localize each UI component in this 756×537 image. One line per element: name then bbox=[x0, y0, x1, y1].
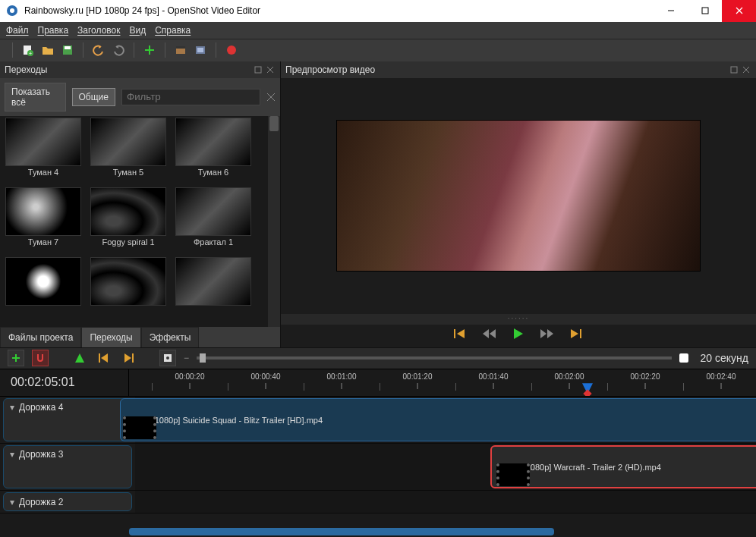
svg-rect-38 bbox=[99, 353, 100, 363]
profile-button[interactable] bbox=[173, 42, 188, 58]
transition-item[interactable] bbox=[172, 257, 255, 325]
svg-line-20 bbox=[267, 67, 273, 73]
svg-rect-10 bbox=[65, 46, 71, 49]
window-title: Rainbowsky.ru [HD 1080p 24 fps] - OpenSh… bbox=[24, 5, 654, 16]
track-lane-2[interactable] bbox=[135, 491, 756, 513]
tracks: ▾Дорожка 4 ▾ [MP4 1080p] Suicide Squad -… bbox=[0, 397, 756, 526]
play-button[interactable] bbox=[513, 328, 524, 340]
menu-help[interactable]: Справка bbox=[155, 25, 191, 36]
transition-item[interactable]: Туман 7 bbox=[2, 187, 85, 256]
razor-button[interactable] bbox=[71, 350, 88, 366]
zoom-label: 20 секунд bbox=[701, 352, 748, 364]
transition-item[interactable]: Фрактал 1 bbox=[172, 187, 255, 256]
menu-file[interactable]: Файл bbox=[6, 25, 29, 36]
svg-rect-9 bbox=[63, 46, 72, 55]
transitions-filter-row: Показать всё Общие bbox=[0, 78, 280, 116]
next-marker-button[interactable] bbox=[120, 350, 137, 366]
fastforward-button[interactable] bbox=[540, 328, 554, 339]
svg-point-43 bbox=[166, 356, 169, 360]
playhead-marker-icon bbox=[583, 390, 591, 397]
menu-title[interactable]: Заголовок bbox=[77, 25, 120, 36]
svg-point-0 bbox=[7, 5, 17, 16]
svg-rect-18 bbox=[255, 67, 261, 73]
track-label-4[interactable]: ▾Дорожка 4 bbox=[3, 398, 132, 441]
track-lane-3[interactable]: ▾ [MP4 1080p] Warcraft - Trailer 2 (HD).… bbox=[135, 444, 756, 490]
jump-end-button[interactable] bbox=[571, 328, 583, 339]
import-button[interactable] bbox=[142, 42, 157, 58]
new-project-button[interactable]: + bbox=[20, 42, 36, 58]
tab-files[interactable]: Файлы проекта bbox=[0, 327, 81, 347]
transition-item[interactable] bbox=[2, 257, 85, 325]
resize-handle-icon[interactable]: ······ bbox=[281, 314, 756, 325]
minimize-button[interactable] bbox=[654, 0, 688, 22]
playback-controls bbox=[281, 325, 756, 347]
fullscreen-button[interactable] bbox=[193, 42, 208, 58]
clip-suicide-squad[interactable]: ▾ [MP4 1080p] Suicide Squad - Blitz Trai… bbox=[120, 398, 756, 441]
svg-marker-27 bbox=[457, 329, 465, 338]
maximize-button[interactable] bbox=[688, 0, 722, 22]
toolbar: + bbox=[0, 39, 756, 61]
rewind-button[interactable] bbox=[483, 328, 496, 339]
panel-close-icon[interactable] bbox=[265, 64, 276, 75]
timeline-toolbar: − 20 секунд bbox=[0, 347, 756, 369]
timeline: 00:02:05:01 00:00:20 00:00:40 00:01:00 0… bbox=[0, 369, 756, 537]
undock-icon[interactable] bbox=[253, 64, 263, 75]
open-project-button[interactable] bbox=[40, 42, 55, 58]
svg-rect-16 bbox=[197, 48, 203, 52]
zoom-slider[interactable] bbox=[197, 356, 672, 360]
transition-item[interactable]: Туман 6 bbox=[172, 118, 255, 186]
menu-view[interactable]: Вид bbox=[129, 25, 146, 36]
titlebar: Rainbowsky.ru [HD 1080p 24 fps] - OpenSh… bbox=[0, 0, 756, 22]
time-ruler[interactable]: 00:02:05:01 00:00:20 00:00:40 00:01:00 0… bbox=[0, 369, 756, 397]
preview-undock-icon[interactable] bbox=[729, 64, 739, 75]
preview-header: Предпросмотр видео bbox=[281, 61, 756, 78]
transition-item[interactable]: Туман 4 bbox=[2, 118, 85, 186]
undo-button[interactable] bbox=[91, 42, 106, 58]
close-button[interactable] bbox=[722, 0, 756, 22]
left-panel-tabs: Файлы проекта Переходы Эффекты bbox=[0, 327, 280, 347]
svg-marker-29 bbox=[490, 329, 496, 338]
track-lane-4[interactable]: ▾ [MP4 1080p] Suicide Squad - Blitz Trai… bbox=[135, 397, 756, 443]
track-label-3[interactable]: ▾Дорожка 3 bbox=[3, 445, 132, 488]
filter-input[interactable] bbox=[121, 89, 260, 105]
transitions-panel: Переходы Показать всё Общие Туман 4 Тума… bbox=[0, 61, 281, 347]
transitions-header: Переходы bbox=[0, 61, 280, 78]
svg-point-17 bbox=[227, 46, 236, 55]
tab-effects[interactable]: Эффекты bbox=[141, 327, 200, 347]
snap-button[interactable] bbox=[32, 350, 49, 366]
timeline-scrollbar[interactable] bbox=[0, 526, 756, 537]
show-all-tab[interactable]: Показать всё bbox=[5, 83, 66, 111]
svg-rect-41 bbox=[132, 353, 134, 363]
save-project-button[interactable] bbox=[60, 42, 75, 58]
transition-item[interactable]: Foggy spiral 1 bbox=[87, 187, 170, 256]
preview-close-icon[interactable] bbox=[741, 64, 751, 75]
svg-line-19 bbox=[267, 67, 273, 73]
prev-marker-button[interactable] bbox=[96, 350, 112, 366]
transitions-scrollbar[interactable] bbox=[268, 116, 280, 327]
menu-edit[interactable]: Правка bbox=[38, 25, 69, 36]
tab-transitions[interactable]: Переходы bbox=[81, 327, 140, 347]
track-3: ▾Дорожка 3 ▾ [MP4 1080p] Warcraft - Trai… bbox=[0, 444, 756, 491]
svg-line-25 bbox=[743, 67, 749, 73]
preview-panel: Предпросмотр видео ······ bbox=[281, 61, 756, 347]
transition-item[interactable]: Туман 5 bbox=[87, 118, 170, 186]
add-track-button[interactable] bbox=[8, 350, 24, 366]
svg-rect-13 bbox=[176, 46, 185, 54]
transitions-grid[interactable]: Туман 4 Туман 5 Туман 6 Туман 7 Foggy sp… bbox=[0, 116, 280, 327]
common-tab[interactable]: Общие bbox=[72, 88, 115, 106]
center-playhead-button[interactable] bbox=[159, 350, 176, 366]
chevron-down-icon: ▾ bbox=[10, 402, 14, 413]
ruler[interactable]: 00:00:20 00:00:40 00:01:00 00:01:20 00:0… bbox=[129, 369, 756, 396]
track-label-2[interactable]: ▾Дорожка 2 bbox=[3, 492, 132, 511]
clear-filter-icon[interactable] bbox=[266, 92, 276, 102]
svg-point-1 bbox=[10, 8, 14, 13]
preview-viewport[interactable] bbox=[281, 78, 756, 314]
svg-rect-23 bbox=[731, 67, 737, 73]
svg-point-7 bbox=[27, 50, 33, 56]
export-button[interactable] bbox=[224, 42, 239, 58]
svg-rect-3 bbox=[702, 8, 708, 14]
transitions-title: Переходы bbox=[5, 64, 253, 75]
redo-button[interactable] bbox=[111, 42, 126, 58]
transition-item[interactable] bbox=[87, 257, 170, 325]
jump-start-button[interactable] bbox=[454, 328, 466, 339]
